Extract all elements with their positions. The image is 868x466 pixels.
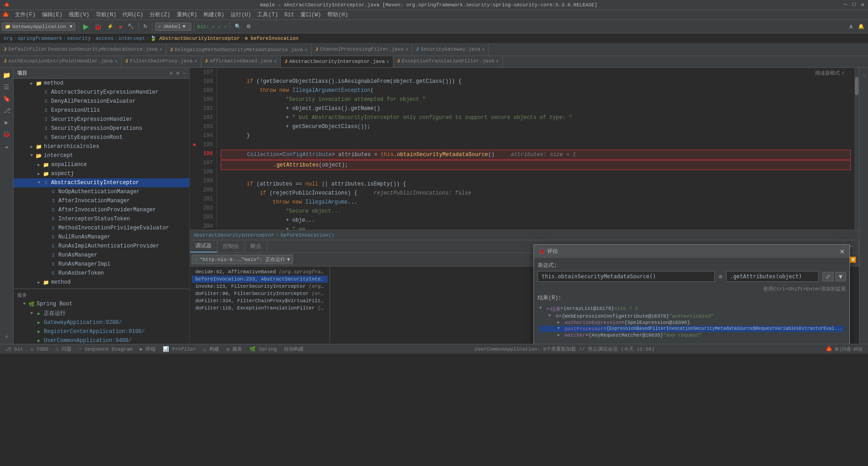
tab-filter-chain-proxy[interactable]: J FilterChainProxy.java ✕ (122, 56, 201, 67)
menu-run[interactable]: 运行(U) (228, 10, 254, 19)
tree-noopauth[interactable]: C NoOpAuthenticationManager (14, 187, 189, 196)
menu-code[interactable]: 代码(C) (120, 10, 146, 19)
tab-security-gateway[interactable]: J SecurityGateway.java ✕ (412, 43, 489, 56)
right-icon1[interactable]: → (859, 70, 868, 81)
services-icon-btn[interactable]: ☁ (1, 140, 12, 151)
run-with-coverage-btn[interactable]: ⚡ (105, 23, 115, 30)
breadcrumb-access[interactable]: access (95, 36, 113, 41)
tree-expression-utils[interactable]: C ExpressionUtils (14, 106, 189, 115)
stack-frame-dofilter90[interactable]: doFilter:90, FilterSecurityInterceptor (… (192, 290, 328, 297)
tab-abstract-security-interceptor[interactable]: J AbstractSecurityInterceptor.java ✕ (281, 56, 393, 67)
menu-window[interactable]: 窗口(W) (298, 10, 324, 19)
status-spring[interactable]: 🌿 Spring (248, 346, 278, 352)
tree-deny-all[interactable]: C DenyAllPermissionEvaluator (14, 97, 189, 106)
menu-git[interactable]: Git (282, 11, 297, 19)
status-todo[interactable]: ☑ TODO (28, 346, 50, 352)
menu-tools[interactable]: 工具(T) (255, 10, 281, 19)
tab-close-btn9[interactable]: ✕ (496, 58, 499, 64)
debug-btn[interactable]: 🐞 (92, 22, 104, 31)
jrebel-side-icon[interactable]: ⚡ (1, 331, 12, 342)
thread-selector[interactable]: ✓ *http-nio-9..."main": 正在运行 ▼ (192, 255, 293, 264)
tree-run-as-impl-auth[interactable]: C RunAsImplAuthenticationProvider (14, 242, 189, 251)
breadcrumb-class[interactable]: 🍃 AbstractSecurityInterceptor (150, 35, 240, 41)
git-icon-btn[interactable]: ⎇ (1, 105, 12, 116)
stop-btn[interactable]: ■ (117, 23, 124, 30)
menu-edit[interactable]: 编辑(E) (39, 10, 66, 19)
stack-frame-invoke[interactable]: invoke:123, FilterSecurityInterceptor (o… (192, 283, 328, 290)
build-btn[interactable]: 🔨 (126, 23, 136, 30)
tree-interceptor-status[interactable]: C InterceptorStatusToken (14, 214, 189, 223)
tab-close-btn4[interactable]: ✕ (482, 47, 485, 52)
result-item-0[interactable]: ▼ 0 = {WebExpressionConfigAttribute@1837… (539, 313, 844, 319)
debug-side-icon-btn[interactable]: 🐞 (1, 128, 12, 139)
tree-aopalliance[interactable]: ▶ 📁 aopalliance (14, 160, 189, 169)
menu-refactor[interactable]: 重构(R) (174, 10, 200, 19)
tree-method-folder[interactable]: ▶ 📁 method (14, 79, 189, 88)
status-problems[interactable]: ⚠ 问题 (54, 346, 73, 352)
maximize-btn[interactable]: □ (853, 1, 856, 8)
menu-help[interactable]: 帮助(H) (325, 10, 351, 19)
run-btn[interactable]: ▶ (81, 21, 90, 32)
run-icon-btn[interactable]: ▶ (1, 117, 12, 128)
tree-aspectj[interactable]: ▶ 📁 aspectj (14, 169, 189, 178)
status-services[interactable]: ◎ 服务 (225, 346, 244, 352)
tree-intercept-folder[interactable]: ▼ 📂 intercept (14, 151, 189, 160)
result-authorize-expr[interactable]: ▶ authorizeExpression = {SpelExpression@… (539, 319, 844, 326)
notifications-btn[interactable]: 🔔 (856, 23, 866, 30)
sidebar-collapse-btn[interactable]: ≡ (170, 71, 173, 76)
tab-channel-processing[interactable]: J ChannelProcessingFilter.java ✕ (311, 43, 412, 56)
tab-close-btn6[interactable]: ✕ (194, 58, 197, 64)
tree-method-invoc[interactable]: C MethodInvocationPrivilegeEvaluator (14, 223, 189, 233)
minimize-btn[interactable]: — (844, 1, 847, 8)
menu-file[interactable]: 文件(F) (12, 10, 38, 19)
tree-run-as-mgr-impl[interactable]: C RunAsManagerImpl (14, 260, 189, 269)
project-icon-btn[interactable]: 📁 (1, 70, 12, 81)
breadcrumb-method[interactable]: ⚙ beforeInvocation (245, 35, 298, 41)
tab-default-filter[interactable]: J DefaultFilterInvocationSecurityMetadat… (0, 43, 166, 56)
tree-register-app[interactable]: ▶ RegisterCenterApplication :9100/ (14, 327, 189, 336)
tree-after-invocation-pmgr[interactable]: C AfterInvocationProviderManager (14, 205, 189, 214)
menu-navigate[interactable]: 导航(N) (93, 10, 119, 19)
status-git[interactable]: ⎇ Git (4, 346, 25, 352)
tree-security-expr-ops[interactable]: I SecurityExpressionOperations (14, 124, 189, 133)
tree-run-as-user[interactable]: C RunAsUserToken (14, 269, 189, 278)
expression-input[interactable] (538, 271, 715, 282)
tab-exception-translation[interactable]: J ExceptionTranslationFilter.java ✕ (393, 56, 503, 67)
tab-close-btn7[interactable]: ✕ (274, 58, 277, 64)
tree-hierarchical[interactable]: ▶ 📁 hierarchicalroles (14, 142, 189, 151)
tree-after-invocation-mgr[interactable]: I AfterInvocationManager (14, 196, 189, 205)
tree-method-sub[interactable]: ▶ 📁 method (14, 278, 189, 287)
tab-close-btn[interactable]: ✕ (160, 47, 162, 52)
update-btn[interactable]: ↻ (142, 23, 149, 30)
structure-icon-btn[interactable]: ☰ (1, 81, 12, 92)
expand-expression-btn[interactable]: ⤢ (822, 272, 834, 281)
tab-close-btn2[interactable]: ✕ (305, 47, 307, 52)
status-terminal[interactable]: ▶ 终端 (138, 346, 157, 352)
gutter-196-bp[interactable]: ● (190, 141, 199, 149)
tree-null-run-as[interactable]: C NullRunAsManager (14, 233, 189, 242)
stack-frame-decide[interactable]: decide:62, AffirmativeBased (org.springf… (192, 268, 328, 276)
sidebar-settings-btn[interactable]: ⚙ (176, 70, 179, 76)
nav-footer-class[interactable]: AbstractSecurityInterceptor (193, 233, 274, 238)
translate-btn[interactable]: A (848, 23, 854, 30)
tab-auth-exception[interactable]: J AuthExceptionEntryPointHandler.java ✕ (0, 56, 122, 67)
tree-run-as-mgr[interactable]: I RunAsManager (14, 251, 189, 260)
menu-analyze[interactable]: 分析(Z) (147, 10, 173, 19)
tree-running-section[interactable]: ▼ ▶ 正在运行 (14, 309, 189, 318)
tree-security-expr-root[interactable]: C SecurityExpressionRoot (14, 133, 189, 142)
eval-dropdown-btn[interactable]: ▼ (835, 272, 846, 281)
tree-abstract-interceptor[interactable]: ▼ C AbstractSecurityInterceptor (14, 178, 189, 187)
expression-suffix-input[interactable] (726, 271, 819, 282)
bottom-tab-debugger[interactable]: 调试器 (190, 240, 217, 252)
settings-btn[interactable]: ⚙ (245, 23, 253, 30)
close-btn[interactable]: ✕ (861, 1, 864, 8)
jrebel-selector[interactable]: ⚡ JRebel ▼ (155, 23, 191, 31)
breadcrumb-security[interactable]: security (67, 36, 91, 41)
tab-affirmative-based[interactable]: J AffirmativeBased.java ✕ (201, 56, 281, 67)
menu-view[interactable]: 视图(V) (66, 10, 92, 19)
bottom-tab-console[interactable]: 控制台 (217, 241, 245, 252)
sidebar-close-btn[interactable]: — (183, 71, 186, 76)
stack-frame-dofilter334[interactable]: doFilter:334, FilterChainProxy$VirtualFi… (192, 297, 328, 304)
project-selector[interactable]: 📁 GatewayApplication ▼ (2, 23, 75, 31)
result-root[interactable]: ▼ ∞ 结果 = {ArrayList@18179} size = 1 (539, 305, 844, 313)
